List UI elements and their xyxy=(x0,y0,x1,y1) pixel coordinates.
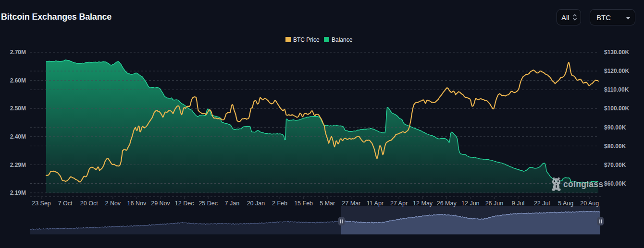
svg-text:16 Nov: 16 Nov xyxy=(127,200,147,207)
svg-text:$130.00K: $130.00K xyxy=(604,49,629,56)
svg-text:20 Oct: 20 Oct xyxy=(80,200,98,207)
svg-text:11 Apr: 11 Apr xyxy=(367,200,384,207)
svg-text:Balance: Balance xyxy=(332,36,353,43)
svg-text:12 Dec: 12 Dec xyxy=(175,200,194,207)
svg-text:27 Apr: 27 Apr xyxy=(390,200,408,207)
svg-text:2.70M: 2.70M xyxy=(10,49,26,56)
svg-text:2.50M: 2.50M xyxy=(10,105,26,112)
svg-text:29 Nov: 29 Nov xyxy=(151,200,170,207)
svg-text:coinglass: coinglass xyxy=(563,179,603,189)
svg-text:$90.00K: $90.00K xyxy=(604,124,626,131)
svg-text:9 Jul: 9 Jul xyxy=(512,200,524,207)
svg-text:BTC Price: BTC Price xyxy=(293,36,320,43)
svg-text:2 Nov: 2 Nov xyxy=(105,200,121,207)
svg-text:$80.00K: $80.00K xyxy=(604,143,626,150)
svg-text:25 Dec: 25 Dec xyxy=(198,200,218,207)
svg-text:$120.00K: $120.00K xyxy=(604,68,629,74)
svg-text:$100.00K: $100.00K xyxy=(604,105,629,112)
svg-text:2.40M: 2.40M xyxy=(10,133,26,140)
svg-text:23 Sep: 23 Sep xyxy=(32,200,51,207)
svg-text:5 Aug: 5 Aug xyxy=(558,200,573,207)
svg-text:5 Mar: 5 Mar xyxy=(320,200,335,207)
svg-text:7 Jan: 7 Jan xyxy=(225,200,240,207)
svg-text:12 May: 12 May xyxy=(413,200,433,207)
svg-text:15 Feb: 15 Feb xyxy=(294,200,313,207)
svg-text:26 May: 26 May xyxy=(437,200,457,207)
svg-text:22 Jul: 22 Jul xyxy=(534,200,550,207)
svg-text:2.19M: 2.19M xyxy=(10,189,26,196)
svg-text:2 Feb: 2 Feb xyxy=(272,200,287,207)
svg-text:2.29M: 2.29M xyxy=(10,162,26,168)
svg-text:$70.00K: $70.00K xyxy=(604,162,626,168)
svg-text:12 Jun: 12 Jun xyxy=(461,200,480,207)
svg-text:7 Oct: 7 Oct xyxy=(58,200,73,207)
svg-text:20 Aug: 20 Aug xyxy=(580,200,599,207)
svg-text:20 Jan: 20 Jan xyxy=(247,200,265,207)
svg-text:$60.00K: $60.00K xyxy=(604,180,626,187)
svg-text:26 Jun: 26 Jun xyxy=(485,200,504,207)
svg-text:2.60M: 2.60M xyxy=(10,77,26,84)
svg-text:27 Mar: 27 Mar xyxy=(342,200,360,207)
svg-text:$110.00K: $110.00K xyxy=(604,86,629,93)
